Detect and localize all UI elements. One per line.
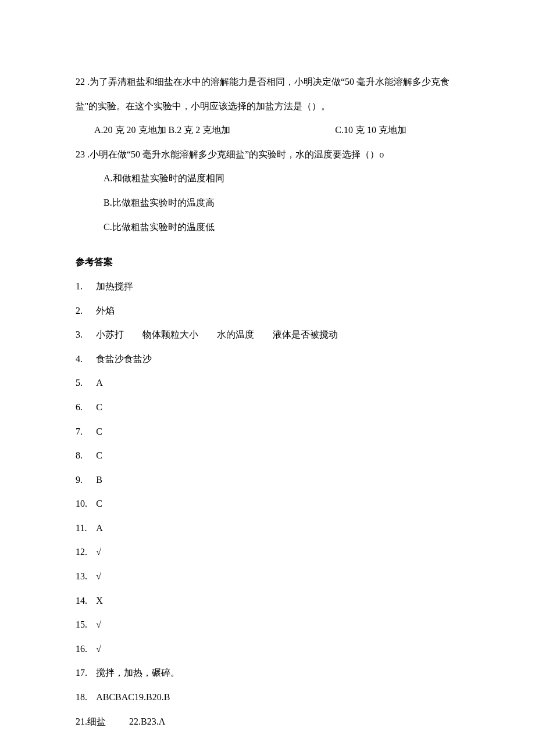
question-23-option-a: A.和做粗盐实验时的温度相同 [76, 166, 459, 191]
question-23: 23 .小明在做“50 毫升水能溶解多少克细盐”的实验时，水的温度要选择（）o [76, 142, 459, 167]
answer-11-val: A [96, 523, 103, 533]
question-23-options: A.和做粗盐实验时的温度相同 B.比做粗盐实验时的温度高 C.比做粗盐实验时的温… [76, 166, 459, 239]
answer-3-part-2: 物体颗粒大小 [142, 329, 198, 339]
answer-11-num: 11. [76, 516, 96, 540]
answer-21-rest: 22.B23.A [129, 716, 165, 726]
answer-list: 1. 加热搅拌 2. 外焰 3. 小苏打物体颗粒大小水的温度液体是否被搅动 4.… [76, 274, 459, 733]
answer-2: 2. 外焰 [76, 299, 459, 323]
answer-18-val: ABCBAC19.B20.B [96, 692, 170, 702]
answer-18: 18. ABCBAC19.B20.B [76, 685, 459, 710]
answer-5-val: A [96, 378, 103, 388]
answer-10-num: 10. [76, 492, 96, 516]
answer-16-num: 16. [76, 637, 96, 661]
answer-2-num: 2. [76, 299, 96, 323]
answer-3: 3. 小苏打物体颗粒大小水的温度液体是否被搅动 [76, 323, 459, 347]
answer-9-num: 9. [76, 468, 96, 492]
answer-7-num: 7. [76, 420, 96, 444]
answer-9: 9. B [76, 468, 459, 492]
answer-3-num: 3. [76, 323, 96, 347]
question-22-option-b: B.2 克 2 克地加 [169, 125, 231, 135]
question-22-number: 22 [76, 77, 85, 87]
question-23-number: 23 [76, 149, 85, 159]
answer-10-val: C [96, 499, 102, 508]
answer-13-num: 13. [76, 564, 96, 589]
answer-15-val: √ [96, 619, 101, 629]
answer-4: 4. 食盐沙食盐沙 [76, 347, 459, 371]
answer-10: 10. C [76, 492, 459, 516]
question-22-text-1: .为了弄清粗盐和细盐在水中的溶解能力是否相同，小明决定做“50 毫升水能溶解多少… [85, 77, 450, 87]
answer-6: 6. C [76, 395, 459, 420]
answer-13: 13. √ [76, 564, 459, 589]
answer-1: 1. 加热搅拌 [76, 274, 459, 299]
answer-16-val: √ [96, 644, 101, 654]
answer-8: 8. C [76, 443, 459, 468]
answer-5: 5. A [76, 371, 459, 395]
document-page: 22 .为了弄清粗盐和细盐在水中的溶解能力是否相同，小明决定做“50 毫升水能溶… [0, 0, 535, 756]
answer-21-prefix: 21.细盐 [76, 716, 106, 726]
answer-17-num: 17. [76, 661, 96, 685]
answer-14-num: 14. [76, 589, 96, 613]
answer-8-num: 8. [76, 443, 96, 468]
answer-3-part-1: 小苏打 [96, 329, 124, 339]
answer-13-val: √ [96, 571, 101, 581]
answer-12-val: √ [96, 547, 101, 557]
answer-7-val: C [96, 427, 102, 436]
answer-16: 16. √ [76, 637, 459, 661]
answer-5-num: 5. [76, 371, 96, 395]
answer-1-val: 加热搅拌 [96, 281, 133, 291]
answer-3-part-3: 水的温度 [217, 329, 254, 339]
answer-15: 15. √ [76, 612, 459, 637]
answer-1-num: 1. [76, 274, 96, 299]
answer-15-num: 15. [76, 612, 96, 637]
answer-21: 21.细盐22.B23.A [76, 710, 459, 734]
answer-6-val: C [96, 402, 102, 412]
answer-17: 17. 搅拌，加热，碾碎。 [76, 661, 459, 685]
answer-9-val: B [96, 475, 102, 485]
answer-7: 7. C [76, 420, 459, 444]
answers-heading: 参考答案 [76, 250, 459, 274]
question-23-option-c: C.比做粗盐实验时的温度低 [76, 215, 459, 239]
answer-18-num: 18. [76, 685, 96, 710]
answer-11: 11. A [76, 516, 459, 540]
answer-14: 14. X [76, 589, 459, 613]
answer-12-num: 12. [76, 540, 96, 564]
question-23-option-b: B.比做粗盐实验时的温度高 [76, 191, 459, 215]
question-22-option-c: C.10 克 10 克地加 [335, 118, 406, 142]
answer-4-val: 食盐沙食盐沙 [96, 354, 152, 364]
answer-14-val: X [96, 596, 103, 605]
question-22-line1: 22 .为了弄清粗盐和细盐在水中的溶解能力是否相同，小明决定做“50 毫升水能溶… [76, 70, 459, 94]
answer-12: 12. √ [76, 540, 459, 564]
answer-17-val: 搅拌，加热，碾碎。 [96, 668, 180, 678]
question-23-text: .小明在做“50 毫升水能溶解多少克细盐”的实验时，水的温度要选择（）o [85, 149, 384, 159]
answer-4-num: 4. [76, 347, 96, 371]
answer-3-part-4: 液体是否被搅动 [273, 329, 338, 339]
answer-6-num: 6. [76, 395, 96, 420]
question-22-options: A.20 克 20 克地加 B.2 克 2 克地加C.10 克 10 克地加 [76, 118, 459, 142]
question-22-option-a: A.20 克 20 克地加 [94, 125, 166, 135]
answer-8-val: C [96, 450, 102, 460]
question-22-line2: 盐''的实验。在这个实验中，小明应该选择的加盐方法是（）。 [76, 94, 459, 119]
answer-2-val: 外焰 [96, 306, 115, 316]
